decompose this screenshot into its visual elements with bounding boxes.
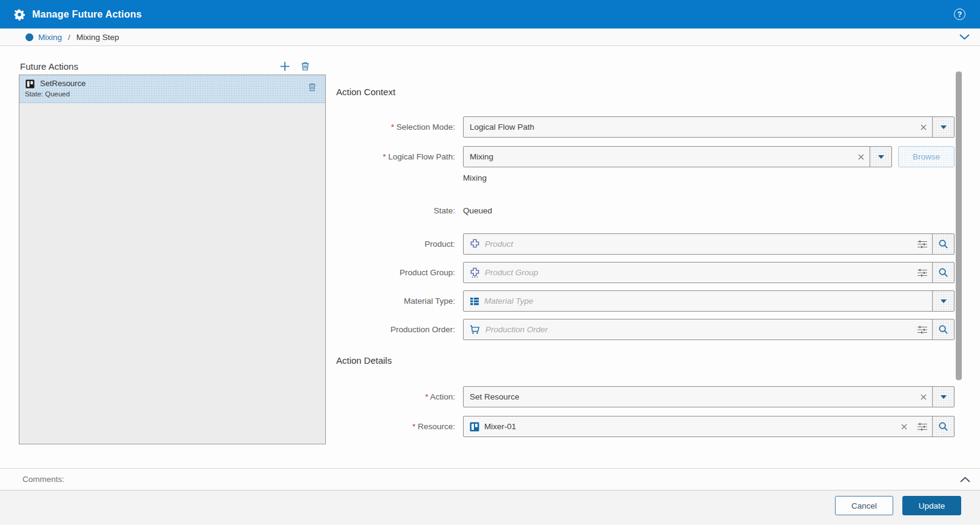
clear-icon[interactable] (896, 416, 913, 436)
form-row-action: Action: (336, 386, 955, 407)
resource-icon (25, 79, 35, 91)
chevron-down-icon[interactable] (959, 34, 970, 40)
production-order-label: Production Order: (336, 325, 455, 334)
form-row-resource: Resource: (336, 416, 955, 437)
breadcrumb-link-mixing[interactable]: Mixing (38, 33, 62, 42)
product-input[interactable] (480, 234, 913, 254)
form-row-product: Product: (336, 233, 955, 255)
selection-mode-label: Selection Mode: (336, 122, 455, 132)
selection-mode-field (463, 116, 955, 138)
future-actions-header: Future Actions (20, 58, 326, 74)
form-row-logical-flow-path: Logical Flow Path: Browse (336, 146, 955, 167)
logical-flow-path-input[interactable] (464, 147, 853, 167)
production-order-search-button[interactable] (932, 319, 954, 339)
list-item-name: SetResource (40, 79, 86, 88)
form-row-state: State: Queued (336, 204, 955, 216)
footer-bar: Cancel Update (0, 490, 980, 525)
future-actions-title: Future Actions (20, 61, 78, 72)
product-group-input[interactable] (480, 262, 913, 283)
selection-mode-dropdown-button[interactable] (932, 117, 954, 137)
cancel-button[interactable]: Cancel (835, 496, 893, 515)
action-context-heading: Action Context (336, 87, 396, 97)
state-label: State: (336, 206, 455, 215)
clear-icon[interactable] (853, 147, 870, 167)
product-search-button[interactable] (932, 234, 954, 254)
resource-icon (470, 422, 479, 432)
form-row-material-type: Material Type: (336, 290, 955, 312)
search-icon (938, 239, 948, 249)
list-item-setresource[interactable]: SetResource State: Queued (19, 75, 325, 103)
chevron-up-icon[interactable] (960, 477, 970, 483)
product-label: Product: (336, 239, 455, 249)
action-details-heading: Action Details (336, 355, 392, 366)
form-row-product-group: Product Group: (336, 262, 955, 283)
clear-icon[interactable] (915, 387, 932, 407)
action-dropdown-button[interactable] (932, 387, 954, 407)
future-actions-list: SetResource State: Queued (19, 75, 326, 444)
product-group-icon (470, 267, 480, 278)
search-icon (938, 267, 948, 278)
material-type-label: Material Type: (336, 296, 455, 306)
material-type-field (463, 290, 955, 312)
form-row-selection-mode: Selection Mode: (336, 116, 955, 138)
caret-down-icon (941, 125, 947, 129)
delete-item-icon[interactable] (308, 82, 317, 95)
caret-down-icon (941, 299, 947, 303)
material-type-list-icon (470, 296, 479, 306)
product-group-search-button[interactable] (932, 262, 954, 283)
update-button[interactable]: Update (902, 496, 961, 515)
action-label: Action: (336, 392, 455, 401)
filter-sliders-icon[interactable] (913, 319, 932, 339)
product-icon (470, 239, 480, 249)
title-bar: Manage Future Actions ? (0, 0, 980, 28)
production-order-input[interactable] (481, 319, 913, 339)
production-order-field (463, 319, 955, 340)
page-title: Manage Future Actions (32, 9, 142, 20)
action-field (463, 386, 955, 407)
help-icon[interactable]: ? (954, 8, 965, 20)
comments-label: Comments: (22, 475, 64, 484)
logical-flow-path-dropdown-button[interactable] (870, 147, 891, 167)
product-group-label: Product Group: (336, 268, 455, 277)
logical-flow-path-description: Mixing (463, 173, 487, 182)
filter-sliders-icon[interactable] (913, 234, 932, 254)
vertical-scrollbar[interactable] (956, 72, 962, 380)
product-group-field (463, 262, 955, 283)
gear-icon (13, 8, 25, 21)
search-icon (938, 421, 948, 432)
selection-mode-input[interactable] (464, 117, 915, 137)
resource-label: Resource: (336, 422, 455, 431)
caret-down-icon (941, 395, 947, 399)
delete-actions-button[interactable] (300, 61, 310, 72)
logical-flow-path-field (463, 146, 892, 167)
breadcrumb-current: Mixing Step (76, 33, 120, 42)
breadcrumb-dot-icon (25, 33, 33, 41)
caret-down-icon (878, 155, 884, 159)
product-field (463, 233, 955, 255)
cart-icon (470, 325, 481, 335)
search-icon (938, 324, 948, 335)
add-action-button[interactable] (280, 61, 290, 72)
manage-future-actions-window: Manage Future Actions ? Mixing / Mixing … (0, 0, 980, 525)
resource-search-button[interactable] (932, 416, 954, 436)
comments-bar: Comments: (0, 468, 980, 490)
material-type-dropdown-button[interactable] (932, 291, 954, 311)
browse-button[interactable]: Browse (898, 146, 955, 167)
form-row-production-order: Production Order: (336, 319, 955, 340)
breadcrumb-separator: / (68, 33, 70, 42)
filter-sliders-icon[interactable] (913, 262, 932, 283)
resource-input[interactable] (479, 416, 896, 436)
state-value: Queued (463, 206, 492, 215)
filter-sliders-icon[interactable] (913, 416, 932, 436)
action-input[interactable] (464, 387, 915, 407)
material-type-input[interactable] (479, 291, 932, 311)
resource-field (463, 416, 955, 437)
clear-icon[interactable] (915, 117, 932, 137)
logical-flow-path-label: Logical Flow Path: (336, 152, 455, 161)
breadcrumb: Mixing / Mixing Step (0, 28, 980, 46)
list-item-state: State: Queued (25, 90, 70, 98)
